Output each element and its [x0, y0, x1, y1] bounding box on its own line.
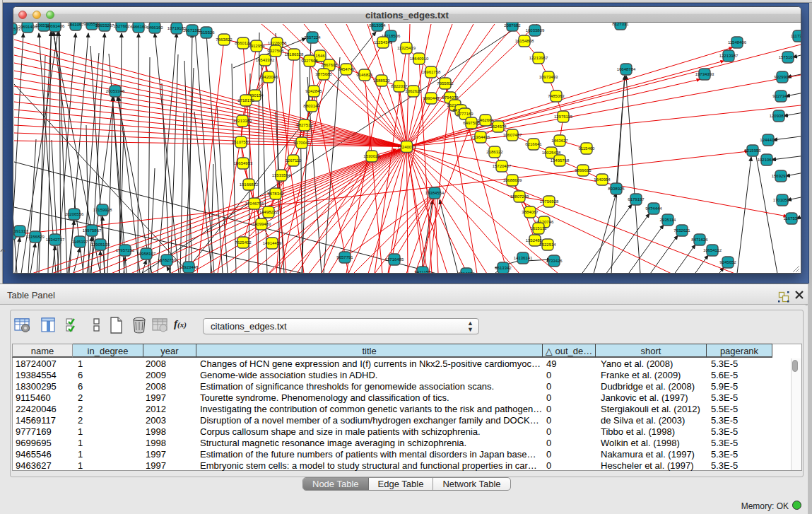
svg-text:12093872: 12093872	[770, 114, 789, 118]
svg-text:8813054: 8813054	[369, 23, 386, 28]
svg-text:1640954: 1640954	[594, 177, 611, 182]
svg-text:15720407: 15720407	[493, 164, 512, 168]
svg-text:20053346: 20053346	[106, 89, 125, 93]
svg-text:2718170: 2718170	[237, 98, 254, 103]
svg-text:10654112: 10654112	[703, 248, 722, 252]
svg-text:17240071: 17240071	[397, 145, 416, 149]
svg-text:7515526: 7515526	[198, 30, 215, 35]
svg-text:12213987: 12213987	[719, 54, 739, 58]
svg-text:9146821: 9146821	[356, 73, 373, 77]
svg-text:18640910: 18640910	[410, 57, 429, 61]
svg-text:7955812: 7955812	[437, 81, 454, 86]
svg-text:9471153: 9471153	[415, 270, 432, 273]
svg-text:17010504: 17010504	[773, 198, 792, 202]
svg-text:11548406: 11548406	[728, 40, 747, 45]
svg-text:8454749: 8454749	[338, 67, 355, 71]
svg-text:5678342: 5678342	[267, 192, 284, 196]
svg-text:9115460: 9115460	[579, 146, 596, 151]
svg-text:12213967: 12213967	[529, 56, 548, 60]
svg-text:11156829: 11156829	[26, 235, 45, 239]
svg-text:10958107: 10958107	[137, 252, 156, 256]
svg-text:6216641: 6216641	[525, 142, 542, 146]
svg-text:7632621: 7632621	[673, 228, 690, 233]
svg-text:16033809: 16033809	[526, 28, 545, 33]
svg-text:20691406: 20691406	[46, 24, 65, 28]
svg-text:6466160: 6466160	[130, 25, 147, 29]
svg-text:9329906: 9329906	[774, 75, 791, 79]
svg-text:3884067: 3884067	[522, 210, 539, 214]
svg-text:3875685: 3875685	[315, 72, 332, 76]
svg-text:8127331: 8127331	[612, 23, 629, 26]
svg-text:8938925: 8938925	[608, 187, 625, 191]
svg-text:3267110: 3267110	[286, 158, 302, 163]
svg-text:1588520: 1588520	[373, 78, 390, 83]
svg-text:10607487: 10607487	[503, 133, 522, 137]
svg-text:1145197: 1145197	[72, 240, 89, 244]
svg-text:9227342: 9227342	[772, 94, 789, 98]
svg-text:13226058: 13226058	[268, 41, 287, 45]
svg-text:15751074: 15751074	[779, 55, 798, 59]
svg-text:9794078: 9794078	[442, 95, 459, 100]
svg-text:11254349: 11254349	[374, 40, 393, 45]
svg-text:19166822: 19166822	[240, 182, 259, 187]
svg-text:10025438: 10025438	[542, 151, 561, 155]
svg-text:10210643: 10210643	[758, 158, 777, 162]
svg-text:8215955: 8215955	[744, 148, 761, 153]
svg-text:9899695: 9899695	[575, 168, 592, 173]
svg-text:7625402: 7625402	[235, 240, 252, 245]
svg-text:6466160: 6466160	[146, 25, 163, 30]
svg-text:9474444: 9474444	[645, 206, 662, 211]
svg-text:16107553: 16107553	[232, 140, 251, 144]
svg-text:17159928: 17159928	[93, 208, 112, 212]
svg-text:1463627: 1463627	[551, 139, 568, 143]
svg-text:16961758: 16961758	[422, 70, 441, 74]
svg-text:19975867: 19975867	[83, 228, 102, 233]
svg-text:1244415: 1244415	[760, 138, 777, 142]
svg-text:16543382: 16543382	[256, 58, 275, 62]
svg-text:1362625: 1362625	[405, 89, 422, 93]
svg-text:6179197: 6179197	[628, 197, 645, 201]
svg-text:7485063: 7485063	[548, 94, 565, 98]
svg-text:3912954: 3912954	[248, 44, 265, 48]
svg-text:8471626: 8471626	[691, 238, 708, 242]
svg-text:13716485: 13716485	[385, 257, 404, 262]
svg-text:12213383: 12213383	[233, 119, 252, 123]
svg-text:2186322: 2186322	[486, 150, 503, 154]
svg-text:16154808: 16154808	[515, 39, 534, 43]
svg-text:1615132: 1615132	[530, 226, 547, 230]
svg-text:19654953: 19654953	[234, 161, 253, 165]
svg-text:1117391: 1117391	[791, 34, 801, 38]
svg-text:17046756: 17046756	[245, 201, 264, 206]
svg-text:16648784: 16648784	[617, 67, 636, 71]
svg-text:13495768: 13495768	[551, 158, 570, 163]
svg-text:10688609: 10688609	[503, 178, 522, 182]
svg-text:17957252: 17957252	[116, 248, 135, 252]
svg-text:9242845: 9242845	[305, 89, 322, 93]
svg-text:9657791: 9657791	[336, 255, 353, 259]
svg-text:7663822: 7663822	[216, 37, 233, 42]
svg-text:14914459: 14914459	[263, 241, 282, 245]
svg-text:10973493: 10973493	[539, 75, 558, 79]
svg-text:2522514: 2522514	[539, 243, 556, 247]
svg-text:16782759: 16782759	[158, 258, 177, 262]
svg-text:12923448: 12923448	[180, 265, 199, 269]
svg-text:18186328: 18186328	[285, 52, 304, 57]
svg-text:8614082: 8614082	[458, 271, 475, 273]
svg-text:3624574: 3624574	[490, 124, 507, 129]
svg-text:1733426: 1733426	[546, 259, 563, 263]
svg-text:9327505: 9327505	[267, 49, 284, 53]
svg-text:14099483: 14099483	[252, 222, 271, 226]
svg-text:14498222: 14498222	[259, 210, 278, 214]
svg-text:1527602: 1527602	[113, 24, 130, 28]
svg-text:19756928: 19756928	[540, 199, 559, 204]
svg-text:9777169: 9777169	[457, 112, 473, 116]
svg-text:9613342: 9613342	[495, 266, 512, 270]
svg-text:1462666: 1462666	[477, 118, 494, 122]
svg-text:7357224: 7357224	[304, 35, 321, 40]
svg-text:2867608: 2867608	[321, 63, 338, 67]
svg-text:9245652: 9245652	[719, 260, 736, 264]
svg-text:20691406: 20691406	[18, 25, 37, 29]
svg-text:8322037: 8322037	[391, 84, 408, 88]
svg-text:2087682: 2087682	[504, 23, 521, 28]
svg-text:1391317: 1391317	[13, 229, 28, 233]
